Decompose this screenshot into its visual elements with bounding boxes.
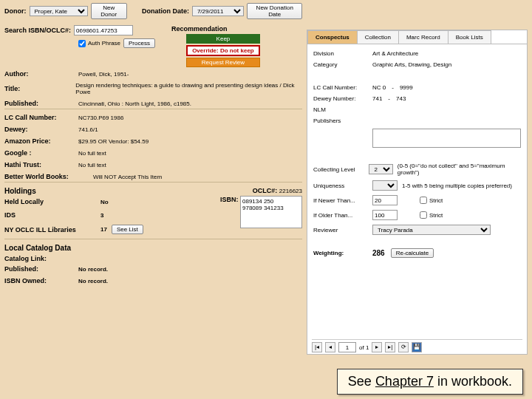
hathi-label: Hathi Trust:: [4, 161, 78, 168]
tab-marc[interactable]: Marc Record: [398, 30, 449, 44]
recalculate-button[interactable]: Re-calculate: [391, 248, 434, 258]
oclc-value: 2216623: [279, 188, 302, 194]
category-label: Category: [313, 61, 372, 68]
isbn-label: ISBN:: [220, 196, 239, 203]
reviewer-select[interactable]: Tracy Parada: [372, 225, 491, 235]
new-donation-date-button[interactable]: New Donation Date: [247, 3, 302, 19]
bwb-label: Better World Books:: [4, 173, 93, 180]
chapter-callout: See Chapter 7 in workbook.: [337, 369, 523, 395]
cons-lc-label: LC Call Number:: [313, 84, 372, 91]
tab-collection[interactable]: Collection: [357, 30, 399, 44]
google-label: Google :: [4, 149, 78, 157]
newer-label: If Newer Than...: [313, 197, 372, 204]
isbn-listbox[interactable]: 089134 250 978089 341233: [240, 196, 302, 228]
local-catalog-heading: Local Catalog Data: [4, 244, 302, 252]
category-value: Graphic Arts, Drawing, Design: [372, 61, 451, 68]
page-input[interactable]: [338, 342, 356, 352]
holdings-heading: Holdings: [4, 187, 196, 195]
cons-dewey-from: 741: [372, 95, 382, 102]
new-donor-button[interactable]: New Donor: [91, 3, 127, 19]
nlm-label: NLM: [313, 106, 372, 113]
nav-last-icon[interactable]: ▸|: [385, 342, 395, 352]
collecting-label: Collecting Level: [313, 166, 369, 173]
donation-date-select[interactable]: 7/29/2011: [192, 6, 245, 16]
donor-select[interactable]: Proper, Kate: [30, 6, 88, 16]
keep-button[interactable]: Keep: [186, 34, 260, 44]
older-strict-checkbox[interactable]: [420, 211, 427, 219]
newer-strict-label: Strict: [429, 197, 443, 204]
publishers-box[interactable]: [372, 129, 521, 148]
nyoclc-label: NY OCLC ILL Libraries: [4, 226, 100, 233]
nav-next-icon[interactable]: ▸: [372, 342, 382, 352]
collecting-hint: (0-5 (0="do not collect" and 5="maximum …: [398, 163, 521, 176]
catalog-link-label: Catalog Link:: [4, 255, 78, 262]
older-input[interactable]: [372, 210, 398, 220]
older-strict-label: Strict: [429, 212, 443, 219]
division-label: Division: [313, 50, 372, 57]
cons-lc-to: 9999: [400, 84, 413, 91]
google-value: No full text: [78, 150, 106, 157]
reviewer-label: Reviewer: [313, 227, 372, 233]
ids-value: 3: [100, 212, 103, 219]
title-value: Design rendering techniques: a guide to …: [75, 82, 302, 95]
newer-strict-checkbox[interactable]: [420, 197, 427, 204]
tab-booklists[interactable]: Book Lists: [448, 30, 491, 44]
published-value: Cincinnati, Ohio : North Light, 1986, c1…: [78, 100, 191, 107]
nav-prev-icon[interactable]: ◂: [325, 342, 335, 352]
lc-published-label: Published:: [4, 265, 78, 273]
ids-label: IDS: [4, 211, 100, 219]
oclc-label: OCLC#:: [253, 187, 278, 194]
lc-value: NC730.P69 1986: [78, 115, 123, 121]
weighting-value: 286: [372, 249, 385, 257]
recommendation-heading: Recommendation: [171, 25, 260, 33]
held-locally-label: Held Locally: [4, 198, 100, 205]
lc-label: LC Call Number:: [4, 114, 78, 121]
uniqueness-hint: 1-5 with 5 being multiple copies preferr…: [402, 183, 512, 189]
search-input[interactable]: [74, 25, 133, 35]
nav-save-icon[interactable]: 💾: [412, 342, 422, 352]
auth-phrase-checkbox[interactable]: [78, 40, 86, 47]
nyoclc-value: 17: [100, 226, 107, 233]
newer-input[interactable]: [372, 195, 398, 205]
search-label: Search ISBN/OCLC#:: [4, 27, 71, 34]
division-value: Art & Architecture: [372, 50, 418, 57]
older-label: If Older Than...: [313, 212, 372, 219]
author-value: Powell, Dick, 1951-: [78, 71, 129, 78]
isbn-owned-value: No record.: [78, 278, 108, 284]
see-list-button[interactable]: See List: [112, 225, 143, 234]
cons-dewey-to: 743: [396, 95, 406, 102]
held-locally-value: No: [100, 199, 109, 205]
cons-dewey-label: Dewey Number:: [313, 95, 372, 102]
tab-conspectus[interactable]: Conspectus: [307, 30, 358, 44]
nav-first-icon[interactable]: |◂: [312, 342, 322, 352]
cons-lc-from: NC 0: [372, 84, 386, 91]
author-label: Author:: [4, 70, 78, 78]
isbn-owned-label: ISBN Owned:: [4, 277, 78, 284]
donation-date-label: Donation Date:: [142, 7, 189, 15]
collecting-select[interactable]: 2: [369, 164, 392, 174]
donor-label: Donor:: [4, 7, 27, 15]
dewey-value: 741.6/1: [78, 126, 98, 133]
amazon-label: Amazon Price:: [4, 137, 78, 145]
uniqueness-label: Uniqueness: [313, 183, 372, 189]
nav-refresh-icon[interactable]: ⟳: [398, 342, 409, 352]
uniqueness-select[interactable]: [372, 180, 398, 191]
request-review-button[interactable]: Request Review: [186, 58, 260, 67]
auth-phrase-label: Auth Phrase: [88, 40, 120, 47]
dewey-label: Dewey:: [4, 126, 78, 133]
amazon-value: $29.95 OR Vendor: $54.59: [78, 138, 149, 145]
hathi-value: No full text: [78, 162, 106, 168]
publishers-label: Publishers: [313, 117, 372, 124]
process-button[interactable]: Process: [123, 38, 155, 48]
lc-published-value: No record.: [78, 266, 108, 273]
title-label: Title:: [4, 85, 75, 92]
weighting-label: Weighting:: [313, 250, 372, 256]
bwb-value: Will NOT Accept This Item: [93, 174, 162, 180]
override-button[interactable]: Override: Do not keep: [186, 45, 260, 56]
published-label: Published:: [4, 100, 78, 107]
page-of: of 1: [359, 344, 369, 351]
